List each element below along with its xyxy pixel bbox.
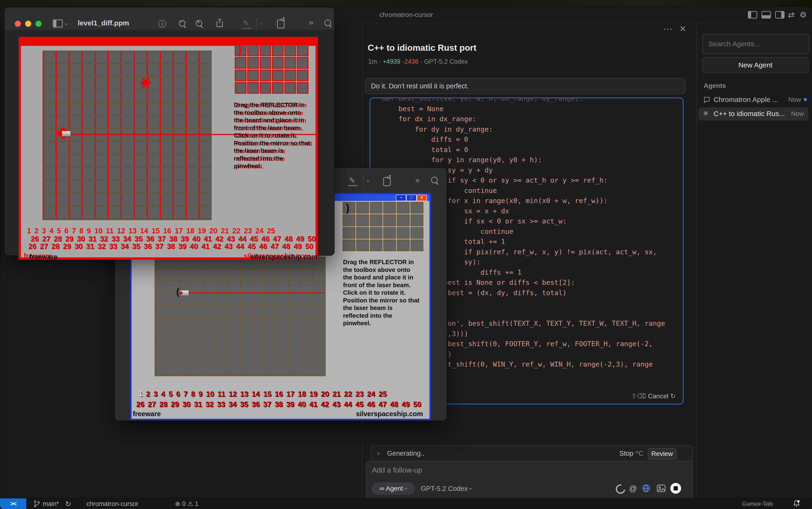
game-instructions-clean: Drag the REFLECTOR inthe toolbox above o… — [343, 258, 419, 327]
git-branch-icon[interactable] — [33, 500, 40, 508]
send-stop-button[interactable] — [670, 483, 681, 494]
emitter-spike: ( — [176, 286, 179, 297]
pencil-underline — [348, 185, 357, 186]
attach-image-icon[interactable] — [657, 484, 666, 492]
user-prompt-bubble[interactable]: Do it. Don't rest until it is perfect. — [365, 78, 685, 94]
cancel-spinner-icon: ↻ — [670, 393, 676, 400]
cursor-tab-toggle[interactable]: Cursor Tab — [742, 500, 773, 508]
agent-close-icon[interactable]: × — [680, 23, 686, 35]
zoom-out-icon[interactable]: − — [179, 20, 185, 27]
markup-pencil-icon[interactable]: ✎ — [349, 176, 356, 185]
search-icon[interactable] — [324, 20, 331, 26]
pinwheel-sprite — [140, 77, 151, 88]
reflector-piece: ) — [346, 201, 349, 214]
generating-bar[interactable]: › Generating.. Stop ^C Review — [371, 445, 693, 462]
web-globe-icon[interactable] — [642, 484, 650, 493]
chevron-down-icon[interactable]: › — [63, 23, 70, 25]
level-numbers-row1: 1 2 3 4 5 6 7 8 9 10 11 12 13 14 15 16 1… — [139, 390, 387, 398]
running-spinner-icon: ✳ — [703, 109, 709, 117]
mention-at-icon[interactable]: @ — [629, 484, 637, 493]
laser-emitter — [62, 131, 71, 137]
agent-more-icon[interactable]: ⋯ — [663, 24, 672, 34]
cancel-shortcut: ⇧⌫ — [631, 393, 646, 400]
settings-gear-icon[interactable]: ⚙ — [800, 10, 807, 20]
agent-list-item-cpp-rust[interactable]: ✳ C++ to idiomatic Rus... Now — [699, 107, 809, 121]
toggle-right-sidebar-icon[interactable] — [775, 11, 784, 19]
diff-additions: +4939 — [383, 58, 400, 65]
diff-image[interactable]: ) Drag the REFLECTOR inthe toolbox above… — [19, 37, 318, 260]
notifications-bell-icon[interactable] — [792, 499, 801, 508]
review-button[interactable]: Review — [648, 448, 676, 460]
followup-placeholder: Add a follow-up — [372, 466, 422, 474]
toggle-bottom-panel-icon[interactable] — [762, 11, 771, 19]
chevron-down-icon[interactable]: › — [258, 23, 265, 25]
search-icon[interactable] — [431, 177, 438, 183]
remote-indicator[interactable]: >< — [0, 499, 26, 509]
diff-deletions: -2436 — [402, 58, 419, 65]
stop-button[interactable]: Stop ^C — [619, 449, 643, 457]
rotate-icon[interactable] — [383, 177, 391, 186]
toggle-left-sidebar-icon[interactable] — [748, 11, 757, 19]
level-numbers-row2: 26 27 28 29 30 31 32 33 34 35 36 37 38 3… — [136, 400, 421, 409]
layout-swap-icon[interactable]: ⇄ — [788, 10, 795, 20]
sidebar-toggle-icon[interactable] — [53, 20, 63, 28]
game-maximize-button: □ — [406, 195, 417, 201]
project-name[interactable]: chromatron-cursor — [86, 500, 138, 508]
warning-icon: ⚠ — [187, 500, 193, 507]
zoom-traffic-light[interactable] — [35, 21, 42, 27]
cancel-row[interactable]: ⇧⌫ Cancel ↻ — [631, 392, 676, 400]
preview-window-title: level1_diff.ppm — [78, 19, 129, 27]
git-sync-icon[interactable]: ↻ — [65, 500, 71, 508]
expand-chevron-icon[interactable]: › — [377, 449, 380, 457]
info-icon[interactable]: ⓘ — [158, 19, 166, 29]
model-dropdown[interactable]: GPT-5.2 Codex › — [421, 485, 472, 493]
editor-statusbar: >< main* ↻ chromatron-cursor ⊗ 0 ⚠ 1 Cur… — [0, 498, 812, 509]
cancel-button[interactable]: Cancel — [648, 393, 668, 400]
agent-elapsed: 1m — [368, 58, 377, 65]
rotate-icon[interactable] — [277, 20, 285, 28]
user-prompt-text: Do it. Don't rest until it is perfect. — [371, 82, 469, 90]
diff-instructions-black: Drag the REFLECTOR inthe toolbox above o… — [234, 101, 310, 170]
search-agents-input[interactable]: Search Agents... — [702, 34, 809, 54]
zoom-in-icon[interactable]: + — [196, 20, 202, 27]
new-agent-button[interactable]: New Agent — [702, 57, 809, 73]
preview-window-diff[interactable]: › level1_diff.ppm ⓘ − + ✎ › » — [4, 7, 334, 256]
overflow-chevrons-icon[interactable]: » — [415, 175, 420, 184]
laser-beam — [188, 293, 324, 294]
preview-content: ) Drag the REFLECTOR inthe toolbox above… — [4, 30, 334, 256]
stop-shortcut: ^C — [635, 449, 643, 457]
diff-game-toolbox — [235, 44, 309, 94]
problems-errors[interactable]: ⊗ 0 ⚠ 1 — [175, 500, 198, 508]
agent-mode-dropdown[interactable]: ∞ Agent › — [372, 482, 415, 495]
minimize-traffic-light[interactable] — [25, 21, 31, 27]
game-close-button: × — [417, 195, 427, 201]
game-toolbox — [343, 202, 423, 251]
chevron-down-icon[interactable]: › — [365, 180, 372, 182]
chat-bubble-icon — [703, 96, 710, 103]
followup-input-box[interactable]: Add a follow-up ∞ Agent › GPT-5.2 Codex … — [366, 461, 693, 503]
game-minimize-button: – — [396, 195, 406, 201]
game-footer-right: silverspaceship.com — [356, 410, 423, 418]
agent-task-title: C++ to idiomatic Rust port — [368, 43, 476, 53]
git-branch-label[interactable]: main* — [43, 500, 59, 508]
diff-numbers-row2-b: 26 27 28 29 30 31 32 33 34 35 36 37 38 3… — [28, 242, 313, 251]
laser-emitter — [180, 290, 189, 296]
close-traffic-light[interactable] — [15, 21, 21, 27]
diff-numbers-row2-a: 26 27 28 29 30 31 32 33 34 35 36 37 38 3… — [31, 235, 316, 243]
search-placeholder: Search Agents... — [708, 40, 760, 48]
agent-list-item-chromatron-apple[interactable]: Chromatron Apple ... Now — [699, 94, 809, 105]
markup-pencil-icon[interactable]: ✎ — [243, 19, 249, 28]
agent-meta: 1m · +4939 -2436 · GPT-5.2 Codex — [368, 58, 468, 65]
overflow-chevrons-icon[interactable]: » — [309, 18, 313, 27]
reflector-piece: ) — [238, 43, 242, 56]
game-footer-left: freeware — [133, 410, 161, 418]
agents-section-label: Agents — [704, 82, 726, 90]
unread-dot — [804, 98, 807, 101]
chevron-down-icon: › — [400, 487, 412, 489]
error-icon: ⊗ — [175, 500, 180, 507]
game-board — [154, 257, 326, 376]
share-icon[interactable] — [215, 18, 224, 28]
sidebar-divider — [697, 23, 697, 499]
generating-label: Generating.. — [387, 449, 425, 457]
infinity-icon: ∞ — [380, 485, 384, 492]
